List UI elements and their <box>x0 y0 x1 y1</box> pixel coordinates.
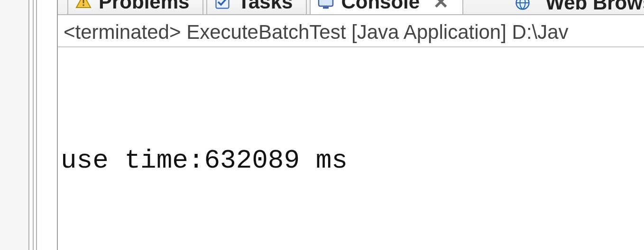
tab-console[interactable]: Console ✕ <box>310 0 463 15</box>
svg-rect-0 <box>83 0 84 3</box>
svg-rect-4 <box>323 7 329 9</box>
view-tabbar: Problems Tasks <box>58 0 644 15</box>
svg-rect-3 <box>319 0 333 6</box>
warning-icon <box>75 0 92 10</box>
globe-icon <box>514 0 531 11</box>
tab-problems-label: Problems <box>99 0 189 13</box>
tabbar-right-group: Web Browser <box>514 0 644 14</box>
console-icon <box>317 0 334 10</box>
pin-icon: ✕ <box>433 0 449 13</box>
tab-console-label: Console <box>341 0 420 13</box>
tab-webbrowser-label[interactable]: Web Browser <box>545 0 644 14</box>
console-output[interactable]: use time:632089 ms use time:2308 ms use … <box>58 47 644 250</box>
console-status-text: <terminated> ExecuteBatchTest [Java Appl… <box>64 21 569 43</box>
checklist-icon <box>214 0 231 10</box>
console-line: use time:632089 ms <box>61 139 644 182</box>
svg-rect-1 <box>83 4 84 6</box>
console-status: <terminated> ExecuteBatchTest [Java Appl… <box>58 15 644 47</box>
tab-problems[interactable]: Problems <box>67 0 203 15</box>
tab-tasks[interactable]: Tasks <box>206 0 307 15</box>
window-frame: Problems Tasks <box>0 0 644 250</box>
svg-point-6 <box>516 0 529 9</box>
tab-tasks-label: Tasks <box>238 0 293 13</box>
bottom-panel: Problems Tasks <box>57 0 644 250</box>
